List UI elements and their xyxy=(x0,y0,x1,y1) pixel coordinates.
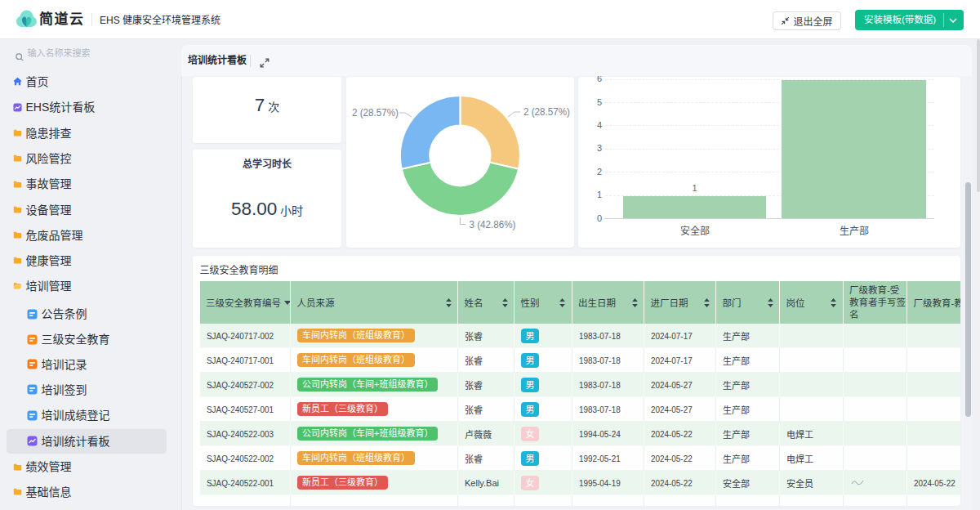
svg-text:2 (28.57%): 2 (28.57%) xyxy=(352,107,399,119)
svg-text:3 (42.86%): 3 (42.86%) xyxy=(470,219,516,230)
svg-text:2 (28.57%): 2 (28.57%) xyxy=(523,106,570,118)
